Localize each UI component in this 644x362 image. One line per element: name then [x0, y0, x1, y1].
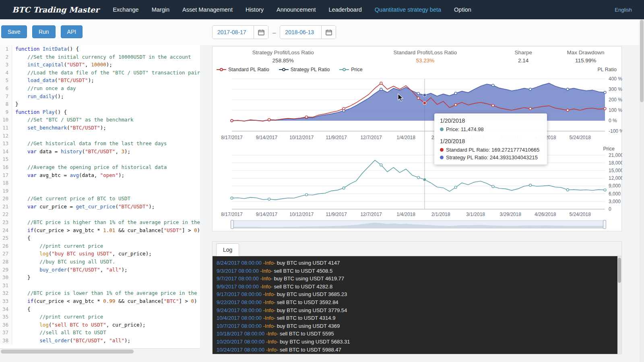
legend-item-standard-pl-ratio[interactable]: Standard PL Ratio [217, 67, 269, 72]
code-text: if(cur_price < avg_btc * 0.99 && cur_bal… [12, 297, 197, 305]
log-level: -Info- [263, 291, 275, 297]
code-line[interactable]: 7 run_daily(); [0, 93, 200, 101]
code-text: function InitData() { [12, 45, 79, 53]
nav-item-history[interactable]: History [246, 6, 264, 13]
pl-ratio-chart[interactable]: 400 %300 %200 %100 %0 %-100 %8/17/20179/… [213, 74, 622, 146]
nav-item-announcement[interactable]: Announcement [277, 6, 316, 13]
code-line[interactable]: 2 //Set the initial currency of 10000USD… [0, 53, 200, 61]
scrollbar-thumb[interactable] [1, 350, 134, 354]
nav-item-leaderboard[interactable]: Leaderboard [329, 6, 362, 13]
page-scrollbar[interactable] [640, 19, 644, 362]
nav-item-asset-management[interactable]: Asset Management [182, 6, 233, 13]
code-line[interactable]: 36 log("sell BTC to USDT", cur_price); [0, 321, 200, 329]
legend-item-price[interactable]: Price [339, 67, 362, 72]
calendar-icon[interactable] [254, 26, 268, 39]
code-line[interactable]: 15 [0, 155, 200, 163]
line-number: 9 [0, 108, 12, 116]
datazoom-slider[interactable] [232, 220, 605, 228]
code-line[interactable]: 34 { [0, 305, 200, 313]
code-text: var data = history("BTC/USDT", 3); [12, 148, 130, 156]
code-line[interactable]: 17 var avg_btc = avg(data, "open"); [0, 171, 200, 179]
code-line[interactable]: 28 //buy BTC using all USDT. [0, 258, 200, 266]
code-line[interactable]: 8} [0, 100, 200, 108]
code-text [12, 155, 19, 163]
code-editor[interactable]: 1function InitData() {2 //Set the initia… [0, 45, 200, 348]
line-number: 28 [0, 258, 12, 266]
save-button[interactable]: Save [1, 25, 27, 38]
nav-item-exchange[interactable]: Exchange [113, 6, 139, 13]
code-line[interactable]: 13 //Get historical data from the last t… [0, 140, 200, 148]
code-text: //run once a day [12, 84, 76, 93]
code-text [12, 132, 19, 140]
code-text: var cur_price = get_cur_price("BTC/USDT"… [12, 203, 155, 211]
code-line[interactable]: 27 log("buy BTC using USDT", cur_price); [0, 250, 200, 258]
code-line[interactable]: 20 //Get current price of BTC to USDT [0, 195, 200, 203]
code-line[interactable]: 9function Play() { [0, 108, 200, 116]
code-line[interactable]: 11 set_benchmark("BTC/USDT"); [0, 124, 200, 132]
log-entry: 10/4/2017 08:00:00 -Info- sell BTC to US… [217, 314, 616, 322]
chart-tooltip: 1/20/2018Price: 11,474.981/20/2018Standa… [434, 113, 547, 165]
code-text: //Set "BTC / USDT" as the benchmark [12, 116, 134, 124]
legend-item-strategy-pl-ratio[interactable]: Strategy PL Ratio [279, 67, 330, 72]
code-line[interactable]: 24 if(cur_price > avg_btc * 1.01 && cur_… [0, 226, 200, 234]
code-text: { [12, 234, 31, 242]
code-line[interactable]: 16 //Average the opening price of histor… [0, 163, 200, 171]
code-line[interactable]: 33 if(cur_price < avg_btc * 0.99 && cur_… [0, 297, 200, 305]
code-text: //Get historical data from the last thre… [12, 140, 167, 148]
code-line[interactable]: 14 var data = history("BTC/USDT", 3); [0, 148, 200, 156]
code-line[interactable]: 18 [0, 179, 200, 187]
api-button[interactable]: API [61, 25, 83, 38]
code-line[interactable]: 4 //Load the data file of the "BTC / USD… [0, 69, 200, 77]
app-brand[interactable]: BTC Trading Master [12, 5, 99, 14]
editor-horizontal-scrollbar[interactable] [0, 348, 200, 354]
svg-text:3/29/2018: 3/29/2018 [500, 212, 521, 217]
code-line[interactable]: 37 //sell all BTC to USDT [0, 329, 200, 337]
datazoom-right-handle[interactable] [603, 220, 606, 229]
code-text: load_data("BTC/USDT"); [12, 76, 94, 84]
code-line[interactable]: 12 [0, 132, 200, 140]
code-line[interactable]: 25 { [0, 234, 200, 242]
code-line[interactable]: 26 //print current price [0, 242, 200, 250]
code-line[interactable]: 22 [0, 210, 200, 218]
code-line[interactable]: 5 load_data("BTC/USDT"); [0, 76, 200, 84]
run-button[interactable]: Run [32, 25, 56, 38]
code-line[interactable]: 1function InitData() { [0, 45, 200, 53]
code-line[interactable]: 6 //run once a day [0, 84, 200, 93]
end-date-input[interactable] [280, 26, 321, 39]
nav-item-margin[interactable]: Margin [152, 6, 169, 13]
svg-text:11/9/2017: 11/9/2017 [326, 212, 347, 217]
line-number: 23 [0, 218, 12, 226]
code-line[interactable]: 21 var cur_price = get_cur_price("BTC/US… [0, 203, 200, 211]
code-line[interactable]: 30 } [0, 274, 200, 282]
code-text: { [12, 305, 31, 313]
nav-item-quantitative-strategy-beta[interactable]: Quantitative strategy beta [375, 6, 441, 13]
stat-sharpe: Sharpe2.14 [497, 49, 550, 65]
code-line[interactable]: 29 buy_order("BTC/USDT", "all"); [0, 266, 200, 274]
language-switch[interactable]: English [615, 7, 632, 13]
price-chart[interactable]: 21,00018,00015,00012,0009,0006,0003,0000… [213, 146, 622, 219]
code-line[interactable]: 32 //BTC price is lower than 1% of the a… [0, 289, 200, 297]
calendar-icon[interactable] [321, 26, 336, 39]
code-line[interactable]: 3 init_capital("USDT", 10000); [0, 61, 200, 69]
nav-item-option[interactable]: Option [454, 6, 471, 13]
legend-marker-icon [279, 69, 289, 70]
code-text: //BTC price is higher than 1% of the ave… [12, 218, 200, 226]
log-message: sell BTC to USDT 4508.5 [274, 268, 332, 274]
line-number: 16 [0, 163, 12, 171]
datazoom-left-handle[interactable] [231, 220, 234, 229]
code-line[interactable]: 38 sell_order("BTC/USDT", "all"); [0, 337, 200, 345]
start-date-input[interactable] [213, 26, 254, 39]
scrollbar-thumb[interactable] [618, 258, 621, 283]
scrollbar-thumb[interactable] [640, 20, 644, 102]
main-nav: ExchangeMarginAsset ManagementHistoryAnn… [113, 6, 471, 13]
log-console[interactable]: 8/24/2017 08:00:00 -Info- buy BTC using … [213, 256, 621, 354]
code-line[interactable]: 31 [0, 282, 200, 290]
code-line[interactable]: 35 //print current price [0, 313, 200, 321]
log-entry: 9/7/2017 08:00:00 -Info- buy BTC using U… [217, 275, 616, 283]
code-line[interactable]: 10 //Set "BTC / USDT" as the benchmark [0, 116, 200, 124]
tab-log[interactable]: Log [216, 243, 239, 256]
code-line[interactable]: 23 //BTC price is higher than 1% of the … [0, 218, 200, 226]
code-text [12, 187, 19, 195]
log-scrollbar[interactable] [617, 256, 621, 354]
code-line[interactable]: 19 [0, 187, 200, 195]
